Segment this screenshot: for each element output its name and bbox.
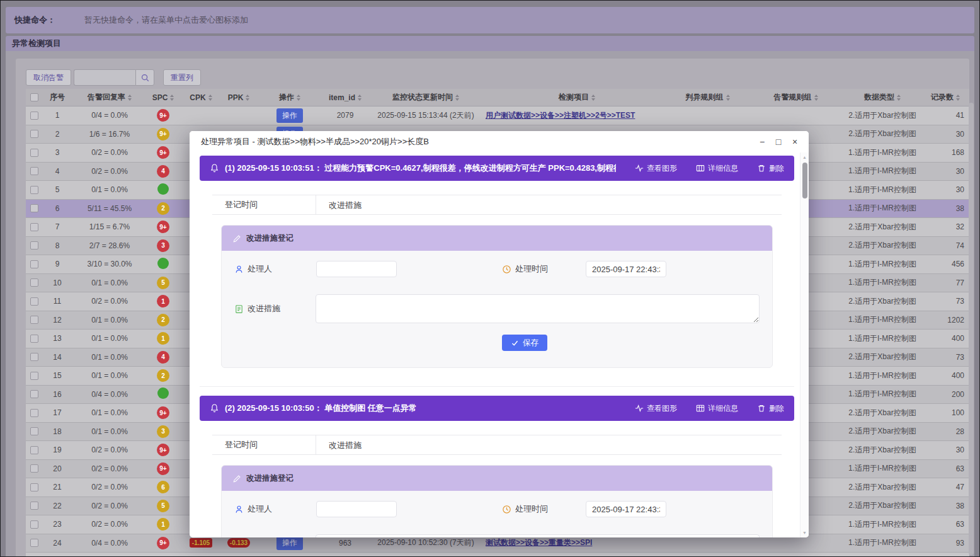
row-checkbox[interactable]: [30, 390, 38, 398]
column-header-1[interactable]: 序号: [42, 89, 72, 106]
data-type-cell: 2.适用于Xbar控制图: [845, 296, 920, 307]
row-checkbox[interactable]: [30, 464, 38, 473]
row-checkbox[interactable]: [30, 316, 38, 324]
bell-icon: [210, 163, 219, 173]
checkbox-cell: [26, 446, 42, 454]
sort-icon[interactable]: [208, 93, 212, 103]
minimize-icon[interactable]: −: [757, 137, 767, 147]
search-input[interactable]: [74, 69, 135, 86]
scrollbar-thumb[interactable]: [802, 163, 807, 198]
measure-textarea[interactable]: [316, 534, 760, 537]
reset-columns-button[interactable]: 重置列: [163, 69, 201, 86]
column-header-9[interactable]: 检测项目: [486, 89, 668, 106]
save-button[interactable]: 保存: [502, 335, 547, 351]
checkbox-cell: [26, 539, 42, 547]
row-checkbox[interactable]: [30, 112, 38, 120]
close-icon[interactable]: ×: [790, 137, 800, 147]
sort-icon[interactable]: [591, 93, 595, 103]
table-row[interactable]: [26, 553, 969, 556]
delete-button[interactable]: 删除: [757, 403, 784, 414]
column-header-3[interactable]: SPC: [147, 89, 179, 106]
delete-button[interactable]: 删除: [757, 163, 784, 174]
row-checkbox[interactable]: [30, 446, 38, 454]
maximize-icon[interactable]: □: [773, 137, 783, 147]
column-header-7[interactable]: item_id: [324, 89, 366, 106]
alarm-reply-rate-cell: 0/4 = 0.0%: [72, 539, 147, 548]
sort-icon[interactable]: [128, 93, 132, 103]
row-checkbox[interactable]: [30, 149, 38, 157]
handler-input[interactable]: [316, 261, 397, 277]
alarm-reply-rate-cell: 0/1 = 0.0%: [72, 371, 147, 380]
sort-icon[interactable]: [455, 93, 459, 103]
handler-input[interactable]: [316, 501, 397, 517]
row-action-button[interactable]: 操作: [276, 536, 303, 550]
sort-icon[interactable]: [897, 93, 901, 103]
row-action-button[interactable]: 操作: [276, 108, 303, 123]
column-header-12[interactable]: 数据类型: [845, 89, 920, 106]
cancel-alarm-button[interactable]: 取消告警: [26, 69, 71, 86]
row-checkbox[interactable]: [30, 241, 38, 250]
page-scrollbar[interactable]: [969, 103, 974, 555]
seq-cell: 3: [42, 148, 72, 157]
column-header-4[interactable]: CPK: [179, 89, 222, 106]
row-checkbox[interactable]: [30, 502, 38, 510]
data-type-cell: 1.适用于I-MR控制图: [845, 185, 920, 195]
row-checkbox[interactable]: [30, 130, 38, 138]
spc-badge: 9+: [157, 462, 169, 475]
alarm-reply-rate-cell: 1/15 = 6.7%: [72, 222, 147, 231]
column-header-6[interactable]: 操作: [255, 89, 324, 106]
column-header-13[interactable]: 记录数: [920, 89, 969, 106]
sort-icon[interactable]: [358, 93, 362, 103]
anomaly-section-2: (2) 2025-09-15 10:03:50： 单值控制图 任意一点异常 查看…: [200, 396, 794, 537]
seq-cell: 20: [42, 464, 72, 473]
sort-icon[interactable]: [170, 93, 174, 103]
row-checkbox[interactable]: [30, 335, 38, 343]
quick-command-label: 快捷命令：: [14, 14, 55, 26]
sort-icon[interactable]: [246, 93, 249, 103]
row-checkbox[interactable]: [30, 409, 38, 417]
column-header-2[interactable]: 告警回复率: [72, 89, 147, 106]
column-header-8[interactable]: 监控状态更新时间: [366, 89, 486, 106]
sort-icon[interactable]: [297, 93, 300, 103]
row-checkbox[interactable]: [30, 427, 38, 435]
dialog-scrollbar[interactable]: ▲ ▼: [800, 152, 809, 537]
details-button[interactable]: 详细信息: [696, 403, 738, 414]
project-link[interactable]: 用户测试数据>>设备>>注塑机>>2号>>TEST: [486, 111, 635, 120]
row-checkbox[interactable]: [30, 539, 38, 547]
row-checkbox[interactable]: [30, 520, 38, 529]
project-link[interactable]: 测试数据>>设备>>重量类>>SPI: [486, 538, 592, 547]
row-checkbox[interactable]: [30, 372, 38, 380]
row-checkbox[interactable]: [30, 260, 38, 268]
measure-textarea[interactable]: [316, 294, 760, 323]
measure-label: 改进措施: [234, 303, 316, 314]
search-button[interactable]: [135, 69, 154, 86]
spc-badge: 6: [157, 481, 169, 493]
row-checkbox[interactable]: [30, 483, 38, 491]
spc-cell: 6: [147, 481, 179, 493]
column-header-5[interactable]: PPK: [222, 89, 255, 106]
scroll-down-icon[interactable]: ▼: [801, 531, 809, 535]
scroll-up-icon[interactable]: ▲: [801, 155, 809, 159]
row-checkbox[interactable]: [30, 278, 38, 287]
checkbox-cell: [26, 223, 42, 231]
handle-time-input[interactable]: [586, 261, 666, 277]
details-button[interactable]: 详细信息: [696, 163, 738, 174]
row-checkbox[interactable]: [30, 353, 38, 361]
row-checkbox[interactable]: [30, 167, 38, 175]
handle-time-input[interactable]: [586, 501, 666, 517]
column-label: 判异规则组: [686, 92, 724, 103]
row-checkbox[interactable]: [30, 204, 38, 212]
sort-icon[interactable]: [956, 93, 960, 103]
row-checkbox[interactable]: [30, 297, 38, 306]
view-chart-button[interactable]: 查看图形: [635, 163, 677, 174]
row-checkbox[interactable]: [30, 223, 38, 231]
view-chart-button[interactable]: 查看图形: [635, 403, 677, 414]
column-header-11[interactable]: 告警规则组: [747, 89, 845, 106]
select-all-checkbox[interactable]: [30, 93, 38, 101]
column-header-10[interactable]: 判异规则组: [668, 89, 747, 106]
sort-icon[interactable]: [726, 93, 730, 103]
sort-icon[interactable]: [814, 93, 818, 103]
row-checkbox[interactable]: [30, 186, 38, 194]
table-row[interactable]: 10/4 = 0.0%9+操作20792025-09-15 15:13:44 (…: [26, 106, 969, 125]
alert-message: (1) 2025-09-15 10:03:51： 过程能力预警CPK=0.462…: [225, 163, 616, 174]
